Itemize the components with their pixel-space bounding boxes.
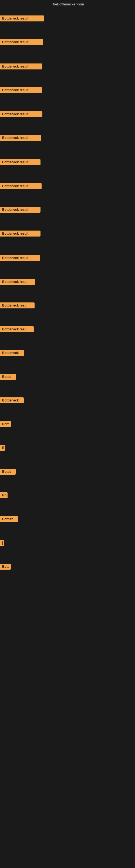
site-title: TheBottlenecker.com [51, 2, 84, 6]
bottleneck-badge-15: Bottleneck [0, 350, 24, 356]
bottleneck-badge-10: Bottleneck result [0, 230, 41, 237]
bottleneck-badge-19: B [0, 445, 5, 451]
bottleneck-badge-5: Bottleneck result [0, 111, 42, 117]
bottleneck-badge-12: Bottleneck resu [0, 279, 35, 285]
bottleneck-badge-24: Bott [0, 564, 11, 569]
bottleneck-badge-7: Bottleneck result [0, 159, 41, 165]
bottleneck-badge-13: Bottleneck resu [0, 303, 35, 308]
bottleneck-badge-20: Bottle [0, 469, 16, 475]
bottleneck-badge-2: Bottleneck result [0, 39, 43, 45]
bottleneck-badge-23: | [0, 540, 4, 546]
bottleneck-badge-14: Bottleneck resu [0, 326, 34, 332]
bottleneck-badge-8: Bottleneck result [0, 183, 42, 189]
bottleneck-badge-3: Bottleneck result [0, 63, 42, 69]
bottleneck-badge-17: Bottleneck [0, 397, 24, 403]
bottleneck-badge-22: Bottlen [0, 516, 18, 522]
bottleneck-badge-4: Bottleneck result [0, 87, 42, 93]
bottleneck-badge-6: Bottleneck result [0, 135, 41, 141]
bottleneck-badge-18: Bott [0, 421, 11, 427]
bottleneck-badge-11: Bottleneck result [0, 255, 40, 261]
bottleneck-badge-21: Bo [0, 492, 8, 498]
bottleneck-badge-1: Bottleneck result [0, 16, 44, 22]
bottleneck-badge-16: Bottle [0, 374, 16, 380]
bottleneck-badge-9: Bottleneck result [0, 207, 41, 213]
